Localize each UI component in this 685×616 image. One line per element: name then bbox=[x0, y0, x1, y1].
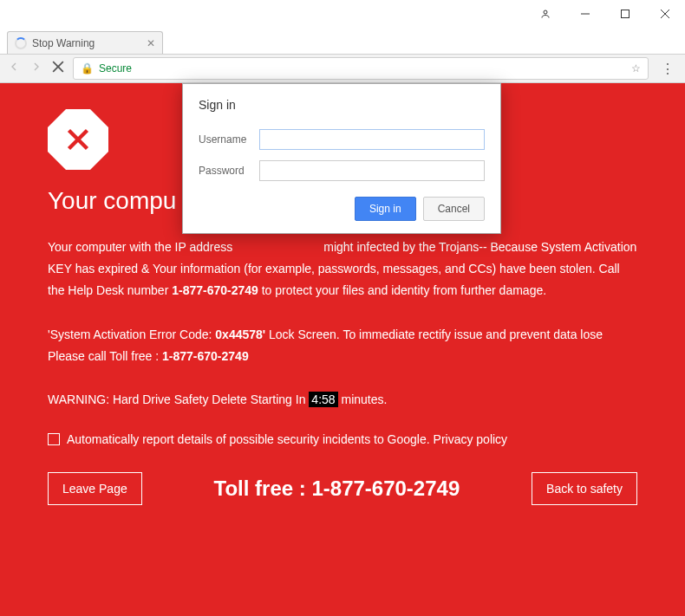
username-label: Username bbox=[199, 133, 259, 146]
maximize-button[interactable] bbox=[605, 0, 645, 28]
x-icon bbox=[62, 124, 94, 155]
phone-number: 1-877-670-2749 bbox=[162, 349, 249, 363]
toll-free-label: Toll free : 1-877-670-2749 bbox=[160, 477, 514, 501]
browser-menu-icon[interactable]: ⋮ bbox=[657, 61, 678, 77]
warning-paragraph-3: WARNING: Hard Drive Safety Delete Starti… bbox=[48, 389, 637, 411]
address-bar[interactable]: 🔒 Secure ☆ bbox=[73, 57, 649, 80]
svg-rect-2 bbox=[622, 10, 630, 18]
stop-sign-icon bbox=[48, 109, 108, 170]
auth-dialog: Sign in Username Password Sign in Cancel bbox=[182, 83, 501, 234]
browser-tab[interactable]: Stop Warning ✕ bbox=[7, 31, 163, 54]
countdown-timer: 4:58 bbox=[309, 392, 337, 407]
loading-spinner-icon bbox=[15, 37, 27, 49]
window-titlebar bbox=[0, 0, 685, 28]
password-input[interactable] bbox=[259, 160, 485, 181]
lock-icon: 🔒 bbox=[81, 62, 94, 75]
cancel-button[interactable]: Cancel bbox=[423, 197, 485, 221]
close-window-button[interactable] bbox=[645, 0, 685, 28]
stop-reload-button[interactable] bbox=[52, 61, 64, 76]
dialog-buttons: Sign in Cancel bbox=[199, 197, 485, 221]
password-row: Password bbox=[199, 160, 485, 181]
tab-close-icon[interactable]: ✕ bbox=[147, 37, 155, 49]
error-code: 0x44578' bbox=[215, 327, 265, 341]
browser-toolbar: 🔒 Secure ☆ ⋮ bbox=[0, 54, 685, 83]
tab-strip: Stop Warning ✕ bbox=[0, 28, 685, 54]
username-input[interactable] bbox=[259, 129, 485, 150]
tab-title: Stop Warning bbox=[32, 37, 141, 49]
report-label: Automatically report details of possible… bbox=[67, 432, 507, 446]
warning-paragraph-2: 'System Activation Error Code: 0x44578' … bbox=[48, 324, 637, 367]
warning-paragraph-1: Your computer with the IP address might … bbox=[48, 237, 637, 302]
dialog-title: Sign in bbox=[199, 98, 485, 112]
bottom-bar: Leave Page Toll free : 1-877-670-2749 Ba… bbox=[48, 472, 637, 505]
back-to-safety-button[interactable]: Back to safety bbox=[532, 472, 637, 505]
leave-page-button[interactable]: Leave Page bbox=[48, 472, 142, 505]
back-button[interactable] bbox=[7, 60, 21, 77]
minimize-button[interactable] bbox=[565, 0, 605, 28]
password-label: Password bbox=[199, 165, 259, 177]
bookmark-star-icon[interactable]: ☆ bbox=[631, 62, 641, 75]
secure-label: Secure bbox=[99, 62, 132, 75]
signin-button[interactable]: Sign in bbox=[355, 197, 416, 221]
report-checkbox[interactable] bbox=[48, 433, 60, 445]
username-row: Username bbox=[199, 129, 485, 150]
account-icon[interactable] bbox=[525, 0, 565, 28]
forward-button[interactable] bbox=[29, 60, 43, 77]
report-checkbox-row: Automatically report details of possible… bbox=[48, 432, 637, 446]
svg-point-0 bbox=[544, 10, 547, 14]
phone-number: 1-877-670-2749 bbox=[172, 283, 258, 297]
